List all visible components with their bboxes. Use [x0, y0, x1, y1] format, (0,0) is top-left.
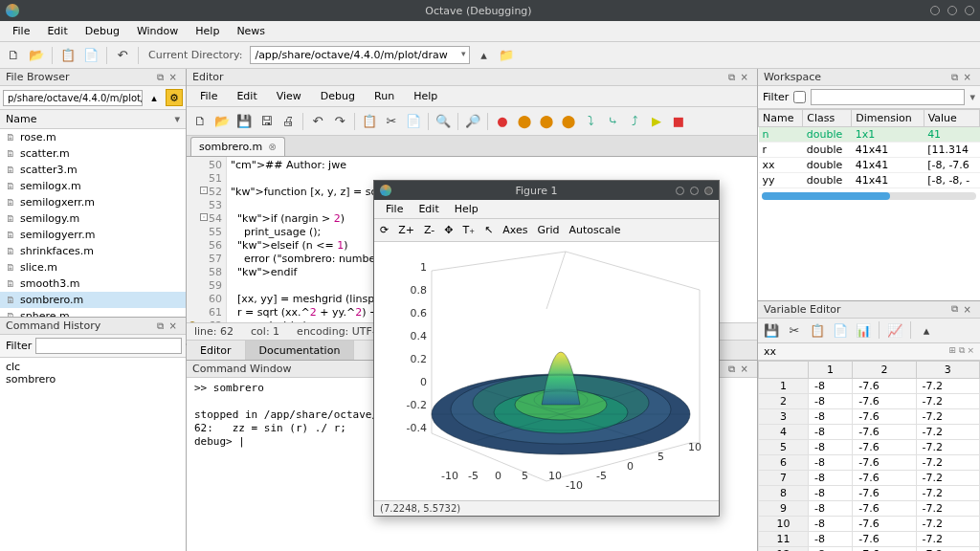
- dir-browse-icon[interactable]: 📁: [497, 46, 516, 65]
- menu-help[interactable]: Help: [187, 22, 228, 40]
- panel-close-icon[interactable]: ×: [167, 72, 180, 82]
- panel-close-icon[interactable]: ×: [961, 72, 974, 82]
- command-history-list[interactable]: clcsombrero: [0, 358, 186, 551]
- cut-icon[interactable]: ✂: [382, 112, 401, 131]
- variable-name-tab[interactable]: xx ⊞ ⧉ ×: [758, 343, 980, 361]
- file-browser-item[interactable]: 🗎slice.m: [0, 259, 186, 276]
- new-icon[interactable]: 🗋: [190, 112, 210, 131]
- file-browser-item[interactable]: 🗎sphere.m: [0, 308, 186, 317]
- figure-minimize-icon[interactable]: [676, 187, 684, 195]
- tab-documentation[interactable]: Documentation: [246, 341, 355, 360]
- save-all-icon[interactable]: 🖫: [256, 112, 276, 131]
- file-browser-item[interactable]: 🗎semilogyerr.m: [0, 227, 186, 243]
- breakpoint-clear-icon[interactable]: ⬤: [559, 112, 578, 131]
- file-browser-item[interactable]: 🗎scatter3.m: [0, 162, 186, 178]
- paste-icon[interactable]: 📄: [831, 320, 850, 340]
- file-browser-item[interactable]: 🗎semilogy.m: [0, 210, 186, 227]
- file-browser-item[interactable]: 🗎scatter.m: [0, 145, 186, 162]
- current-dir-combo[interactable]: /app/share/octave/4.4.0/m/plot/draw: [250, 46, 470, 64]
- file-browser-item[interactable]: 🗎shrinkfaces.m: [0, 243, 186, 259]
- print-icon[interactable]: 🖨: [278, 112, 298, 131]
- figure-canvas[interactable]: 10.80.60.40.20-0.2-0.4 -10-10-5-50055101…: [374, 242, 719, 500]
- zoom-out-button[interactable]: Z-: [424, 224, 434, 236]
- menu-debug[interactable]: Debug: [77, 22, 128, 40]
- variable-row[interactable]: 7-8-7.6-7.2: [759, 470, 980, 485]
- panel-close-icon[interactable]: ×: [167, 320, 180, 331]
- undo-icon[interactable]: ↶: [308, 112, 327, 131]
- variable-row[interactable]: 6-8-7.6-7.2: [759, 454, 980, 470]
- path-up-icon[interactable]: ▴: [145, 89, 163, 106]
- panel-undock-icon[interactable]: ⧉: [948, 303, 961, 315]
- workspace-filter-dropdown-icon[interactable]: ▾: [969, 91, 975, 103]
- breakpoint-toggle-icon[interactable]: ●: [493, 112, 512, 131]
- editor-menu-debug[interactable]: Debug: [311, 87, 365, 105]
- file-browser-path-combo[interactable]: p/share/octave/4.4.0/m/plot/draw: [3, 90, 143, 106]
- editor-menu-help[interactable]: Help: [404, 87, 447, 105]
- workspace-row[interactable]: xxdouble41x41[-8, -7.6: [759, 158, 980, 173]
- pan-icon[interactable]: ✥: [444, 224, 453, 236]
- panel-undock-icon[interactable]: ⧉: [948, 72, 961, 83]
- cut-icon[interactable]: ✂: [785, 320, 804, 340]
- variable-grid[interactable]: 1231-8-7.6-7.22-8-7.6-7.23-8-7.6-7.24-8-…: [758, 361, 980, 552]
- copy-icon[interactable]: 📋: [360, 112, 379, 131]
- step-over-icon[interactable]: ⤵: [581, 112, 600, 131]
- variable-row[interactable]: 9-8-7.6-7.2: [759, 500, 980, 516]
- continue-icon[interactable]: ▶: [647, 112, 666, 131]
- figure-maximize-icon[interactable]: [690, 187, 699, 195]
- paste-table-icon[interactable]: 📊: [854, 320, 873, 340]
- open-file-icon[interactable]: 📂: [27, 46, 46, 65]
- breakpoint-prev-icon[interactable]: ⬤: [515, 112, 534, 131]
- file-browser-item[interactable]: 🗎sombrero.m: [0, 292, 186, 308]
- axes-button[interactable]: Axes: [502, 224, 527, 236]
- workspace-row[interactable]: rdouble41x41[11.314: [759, 143, 980, 158]
- variable-row[interactable]: 12-8-7.6-7.2: [759, 546, 980, 551]
- variable-row[interactable]: 5-8-7.6-7.2: [759, 439, 980, 454]
- file-browser-item[interactable]: 🗎rose.m: [0, 129, 186, 145]
- figure-menu-edit[interactable]: Edit: [411, 201, 446, 217]
- panel-undock-icon[interactable]: ⧉: [154, 320, 167, 332]
- workspace-row[interactable]: ndouble1x141: [759, 127, 980, 143]
- file-browser-item[interactable]: 🗎semilogx.m: [0, 178, 186, 194]
- text-icon[interactable]: T₊: [463, 224, 476, 236]
- zoom-in-icon[interactable]: 🔎: [463, 112, 482, 131]
- tab-close-icon[interactable]: ⊗: [268, 142, 276, 152]
- select-icon[interactable]: ↖: [484, 224, 493, 236]
- workspace-filter-checkbox[interactable]: [793, 91, 806, 103]
- figure-titlebar[interactable]: Figure 1: [374, 181, 719, 200]
- save-icon[interactable]: 💾: [762, 320, 781, 340]
- dir-up-icon[interactable]: ▴: [474, 46, 493, 65]
- zoom-in-button[interactable]: Z+: [398, 224, 414, 236]
- workspace-scrollbar[interactable]: [762, 192, 976, 200]
- undo-icon[interactable]: ↶: [113, 46, 132, 65]
- step-out-icon[interactable]: ⤴: [625, 112, 644, 131]
- autoscale-button[interactable]: Autoscale: [569, 224, 621, 236]
- panel-undock-icon[interactable]: ⧉: [154, 72, 167, 83]
- breakpoint-next-icon[interactable]: ⬤: [537, 112, 556, 131]
- copy-icon[interactable]: 📋: [808, 320, 827, 340]
- up-icon[interactable]: ▴: [917, 320, 936, 340]
- editor-menu-file[interactable]: File: [190, 87, 227, 105]
- menu-news[interactable]: News: [228, 22, 274, 40]
- variable-row[interactable]: 1-8-7.6-7.2: [759, 378, 980, 393]
- panel-close-icon[interactable]: ×: [738, 364, 751, 374]
- workspace-table[interactable]: NameClassDimensionValuendouble1x141rdoub…: [758, 109, 980, 300]
- rotate-icon[interactable]: ⟳: [380, 224, 389, 236]
- workspace-row[interactable]: yydouble41x41[-8, -8, -: [759, 173, 980, 188]
- file-browser-header[interactable]: Name▾: [0, 110, 186, 129]
- workspace-filter-input[interactable]: [811, 89, 965, 105]
- figure-menu-file[interactable]: File: [378, 201, 411, 217]
- close-icon[interactable]: [965, 6, 974, 15]
- figure-menu-help[interactable]: Help: [447, 201, 486, 217]
- history-item[interactable]: sombrero: [6, 373, 180, 386]
- figure-window[interactable]: Figure 1 File Edit Help ⟳ Z+ Z- ✥ T₊ ↖ A…: [373, 180, 720, 517]
- file-browser-item[interactable]: 🗎semilogxerr.m: [0, 194, 186, 210]
- variable-row[interactable]: 2-8-7.6-7.2: [759, 393, 980, 408]
- variable-row[interactable]: 10-8-7.6-7.2: [759, 516, 980, 531]
- new-file-icon[interactable]: 🗋: [4, 46, 23, 65]
- redo-icon[interactable]: ↷: [330, 112, 349, 131]
- editor-menu-view[interactable]: View: [267, 87, 311, 105]
- variable-row[interactable]: 8-8-7.6-7.2: [759, 485, 980, 500]
- history-filter-input[interactable]: [35, 338, 182, 354]
- menu-window[interactable]: Window: [128, 22, 187, 40]
- step-in-icon[interactable]: ⤷: [603, 112, 622, 131]
